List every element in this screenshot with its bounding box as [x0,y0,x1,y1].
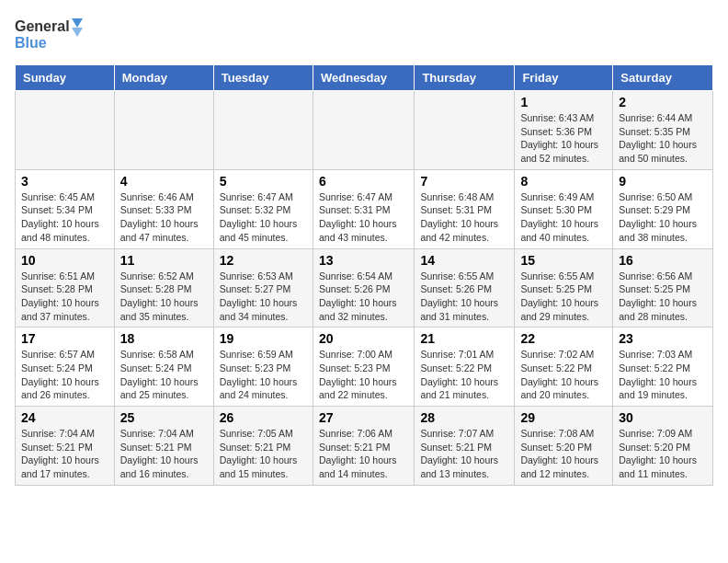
svg-text:General: General [15,18,70,34]
calendar-cell: 22Sunrise: 7:02 AMSunset: 5:22 PMDayligh… [515,327,613,407]
day-info: Sunrise: 6:43 AMSunset: 5:36 PMDaylight:… [520,111,607,166]
calendar-cell: 10Sunrise: 6:51 AMSunset: 5:28 PMDayligh… [16,248,115,327]
calendar-cell: 25Sunrise: 7:04 AMSunset: 5:21 PMDayligh… [114,407,213,486]
calendar-cell: 3Sunrise: 6:45 AMSunset: 5:34 PMDaylight… [16,169,115,248]
calendar-cell [415,91,515,170]
day-info: Sunrise: 7:09 AMSunset: 5:20 PMDaylight:… [619,427,707,481]
day-info: Sunrise: 6:49 AMSunset: 5:30 PMDaylight:… [520,190,607,245]
day-number: 1 [520,95,607,109]
calendar-cell: 17Sunrise: 6:57 AMSunset: 5:24 PMDayligh… [16,327,115,407]
header-day-wednesday: Wednesday [313,65,414,91]
day-info: Sunrise: 6:45 AMSunset: 5:34 PMDaylight:… [21,190,108,245]
calendar-cell: 16Sunrise: 6:56 AMSunset: 5:25 PMDayligh… [613,248,713,327]
calendar-cell: 30Sunrise: 7:09 AMSunset: 5:20 PMDayligh… [613,407,713,486]
logo: GeneralBlue [15,15,88,53]
day-info: Sunrise: 6:44 AMSunset: 5:35 PMDaylight:… [619,111,707,166]
calendar-cell: 20Sunrise: 7:00 AMSunset: 5:23 PMDayligh… [313,327,414,407]
day-number: 27 [319,410,408,425]
calendar-cell: 15Sunrise: 6:55 AMSunset: 5:25 PMDayligh… [515,248,613,327]
svg-marker-2 [72,18,83,28]
day-info: Sunrise: 6:55 AMSunset: 5:26 PMDaylight:… [420,270,508,324]
header-day-monday: Monday [114,65,213,91]
calendar-cell: 2Sunrise: 6:44 AMSunset: 5:35 PMDaylight… [613,91,713,170]
day-info: Sunrise: 7:01 AMSunset: 5:22 PMDaylight:… [420,348,508,402]
calendar-cell: 29Sunrise: 7:08 AMSunset: 5:20 PMDayligh… [515,407,613,486]
page-header: GeneralBlue [15,15,713,53]
day-info: Sunrise: 6:54 AMSunset: 5:26 PMDaylight:… [319,270,408,324]
calendar-cell: 18Sunrise: 6:58 AMSunset: 5:24 PMDayligh… [114,327,213,407]
calendar-cell [313,91,414,170]
day-info: Sunrise: 7:04 AMSunset: 5:21 PMDaylight:… [120,427,208,481]
day-info: Sunrise: 6:46 AMSunset: 5:33 PMDaylight:… [120,190,208,245]
day-info: Sunrise: 6:52 AMSunset: 5:28 PMDaylight:… [120,270,208,324]
header-day-sunday: Sunday [16,65,115,91]
calendar-cell: 1Sunrise: 6:43 AMSunset: 5:36 PMDaylight… [515,91,613,170]
day-number: 26 [220,410,307,425]
day-info: Sunrise: 7:03 AMSunset: 5:22 PMDaylight:… [619,348,707,402]
calendar-cell: 19Sunrise: 6:59 AMSunset: 5:23 PMDayligh… [213,327,313,407]
day-number: 2 [619,95,707,109]
header-day-thursday: Thursday [415,65,515,91]
day-number: 30 [619,410,707,425]
day-number: 23 [619,331,707,346]
day-info: Sunrise: 7:04 AMSunset: 5:21 PMDaylight:… [21,427,108,481]
day-number: 22 [520,331,607,346]
calendar-cell: 5Sunrise: 6:47 AMSunset: 5:32 PMDaylight… [213,169,313,248]
calendar-cell: 26Sunrise: 7:05 AMSunset: 5:21 PMDayligh… [213,407,313,486]
day-number: 4 [120,174,208,189]
day-number: 18 [120,331,208,346]
calendar-cell: 11Sunrise: 6:52 AMSunset: 5:28 PMDayligh… [114,248,213,327]
svg-marker-3 [72,28,83,37]
day-info: Sunrise: 6:51 AMSunset: 5:28 PMDaylight:… [21,270,108,324]
calendar-cell: 27Sunrise: 7:06 AMSunset: 5:21 PMDayligh… [313,407,414,486]
day-number: 3 [21,174,108,189]
day-info: Sunrise: 6:57 AMSunset: 5:24 PMDaylight:… [21,348,108,402]
day-number: 12 [220,253,307,268]
calendar-cell: 28Sunrise: 7:07 AMSunset: 5:21 PMDayligh… [415,407,515,486]
day-number: 10 [21,253,108,268]
day-info: Sunrise: 6:47 AMSunset: 5:31 PMDaylight:… [319,190,408,245]
calendar-cell: 23Sunrise: 7:03 AMSunset: 5:22 PMDayligh… [613,327,713,407]
week-row-1: 1Sunrise: 6:43 AMSunset: 5:36 PMDaylight… [16,91,713,170]
day-info: Sunrise: 7:06 AMSunset: 5:21 PMDaylight:… [319,427,408,481]
day-number: 8 [520,174,607,189]
calendar-cell [213,91,313,170]
day-info: Sunrise: 6:55 AMSunset: 5:25 PMDaylight:… [520,270,607,324]
day-info: Sunrise: 6:47 AMSunset: 5:32 PMDaylight:… [220,190,307,245]
day-number: 28 [420,410,508,425]
day-info: Sunrise: 6:50 AMSunset: 5:29 PMDaylight:… [619,190,707,245]
header-row: SundayMondayTuesdayWednesdayThursdayFrid… [16,65,713,91]
header-day-friday: Friday [515,65,613,91]
day-number: 19 [220,331,307,346]
day-number: 14 [420,253,508,268]
day-number: 5 [220,174,307,189]
day-number: 7 [420,174,508,189]
week-row-5: 24Sunrise: 7:04 AMSunset: 5:21 PMDayligh… [16,407,713,486]
calendar-cell: 8Sunrise: 6:49 AMSunset: 5:30 PMDaylight… [515,169,613,248]
day-info: Sunrise: 7:00 AMSunset: 5:23 PMDaylight:… [319,348,408,402]
day-number: 15 [520,253,607,268]
calendar-cell: 13Sunrise: 6:54 AMSunset: 5:26 PMDayligh… [313,248,414,327]
logo-svg: GeneralBlue [15,15,88,53]
day-info: Sunrise: 7:08 AMSunset: 5:20 PMDaylight:… [520,427,607,481]
day-number: 25 [120,410,208,425]
day-info: Sunrise: 6:58 AMSunset: 5:24 PMDaylight:… [120,348,208,402]
week-row-2: 3Sunrise: 6:45 AMSunset: 5:34 PMDaylight… [16,169,713,248]
day-number: 20 [319,331,408,346]
day-number: 24 [21,410,108,425]
day-number: 6 [319,174,408,189]
day-info: Sunrise: 6:48 AMSunset: 5:31 PMDaylight:… [420,190,508,245]
calendar-table: SundayMondayTuesdayWednesdayThursdayFrid… [15,64,713,486]
day-number: 9 [619,174,707,189]
week-row-4: 17Sunrise: 6:57 AMSunset: 5:24 PMDayligh… [16,327,713,407]
calendar-cell: 24Sunrise: 7:04 AMSunset: 5:21 PMDayligh… [16,407,115,486]
header-day-tuesday: Tuesday [213,65,313,91]
day-number: 11 [120,253,208,268]
calendar-cell: 9Sunrise: 6:50 AMSunset: 5:29 PMDaylight… [613,169,713,248]
calendar-cell: 14Sunrise: 6:55 AMSunset: 5:26 PMDayligh… [415,248,515,327]
calendar-cell: 21Sunrise: 7:01 AMSunset: 5:22 PMDayligh… [415,327,515,407]
day-number: 21 [420,331,508,346]
svg-text:Blue: Blue [15,35,47,51]
day-info: Sunrise: 6:56 AMSunset: 5:25 PMDaylight:… [619,270,707,324]
day-info: Sunrise: 7:05 AMSunset: 5:21 PMDaylight:… [220,427,307,481]
